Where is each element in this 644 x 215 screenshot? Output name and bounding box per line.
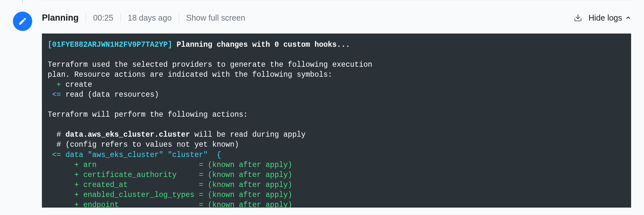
step-title: Planning xyxy=(42,13,86,23)
run-id: [01FYE882ARJWN1H2FV9P7TA2YP] xyxy=(48,41,172,49)
pencil-icon xyxy=(18,17,27,26)
step-duration: 00:25 xyxy=(86,13,120,23)
chevron-up-icon xyxy=(625,15,631,21)
step-header: Planning 00:25 18 days ago Show full scr… xyxy=(42,10,631,26)
hide-logs-button[interactable]: Hide logs xyxy=(589,13,631,23)
show-full-screen-button[interactable]: Show full screen xyxy=(179,13,245,23)
hide-logs-label: Hide logs xyxy=(589,13,622,23)
terminal-output: [01FYE882ARJWN1H2FV9P7TA2YP] Planning ch… xyxy=(42,34,631,208)
download-icon[interactable] xyxy=(574,14,582,22)
step-time-ago: 18 days ago xyxy=(120,13,179,23)
step-icon-circle xyxy=(13,12,32,31)
